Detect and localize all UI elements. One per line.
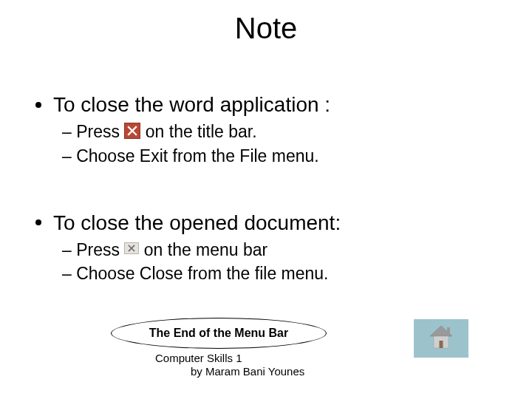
- close-document-icon: [124, 242, 139, 254]
- callout-text: The End of the Menu Bar: [149, 327, 288, 340]
- subbullet-press-x-titlebar: – Press on the title bar.: [62, 121, 508, 143]
- slide-title: Note: [0, 12, 532, 45]
- bullet-text: To close the opened document:: [53, 211, 341, 234]
- footer-line2: by Maram Bani Younes: [155, 365, 304, 378]
- slide: Note To close the word application : – P…: [0, 0, 532, 399]
- close-window-icon: [124, 123, 140, 139]
- text-before: – Press: [62, 122, 124, 141]
- home-button[interactable]: [414, 319, 468, 358]
- bullet-icon: [35, 219, 41, 225]
- footer: Computer Skills 1 by Maram Bani Younes: [155, 352, 304, 378]
- footer-line1: Computer Skills 1: [155, 352, 304, 365]
- bullet-icon: [35, 102, 41, 108]
- svg-rect-2: [440, 341, 443, 348]
- house-icon: [426, 321, 457, 355]
- end-of-menu-bar-callout: The End of the Menu Bar: [111, 318, 327, 349]
- svg-rect-3: [447, 327, 450, 334]
- subbullet-exit-file-menu: – Choose Exit from the File menu.: [62, 146, 508, 167]
- subbullet-close-file-menu: – Choose Close from the file menu.: [62, 263, 508, 284]
- text-after: on the menu bar: [144, 240, 268, 259]
- bullet-close-doc: To close the opened document:: [35, 211, 508, 235]
- bullet-close-app: To close the word application :: [35, 93, 508, 117]
- text-before: – Press: [62, 240, 124, 259]
- content-area: To close the word application : – Press …: [35, 74, 508, 284]
- bullet-text: To close the word application :: [53, 93, 330, 116]
- subbullet-press-x-menubar: – Press on the menu bar: [62, 239, 508, 261]
- text-after: on the title bar.: [146, 122, 257, 141]
